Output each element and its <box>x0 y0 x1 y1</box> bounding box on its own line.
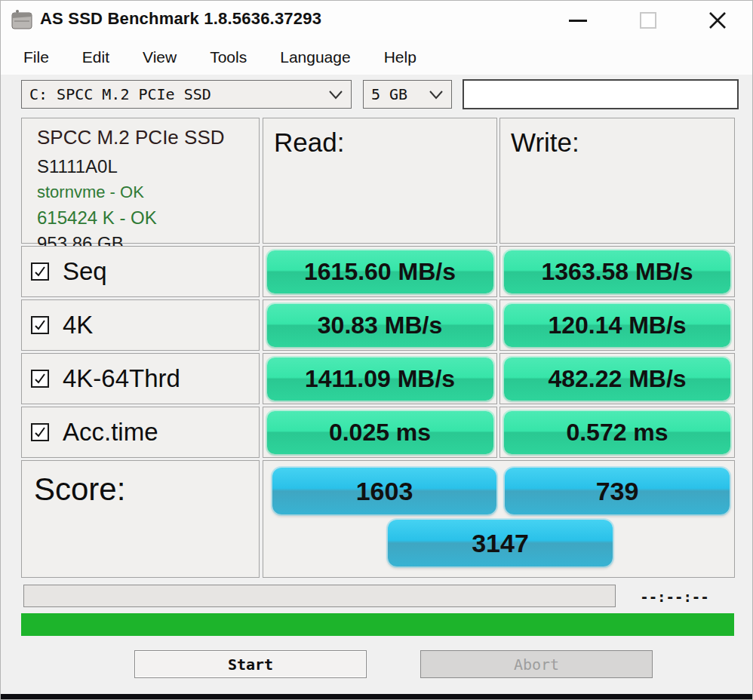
test-size-value: 5 GB <box>364 85 407 103</box>
chevron-down-icon <box>429 90 444 100</box>
acctime-read-cell: 0.025 ms <box>263 407 497 458</box>
seq-write-cell: 1363.58 MB/s <box>499 246 735 297</box>
close-icon[interactable] <box>695 1 740 40</box>
acctime-row-label-cell: Acc.time <box>21 407 260 458</box>
score-total-value: 3147 <box>388 520 613 566</box>
4k-row-label-cell: 4K <box>21 299 260 351</box>
score-write-value: 739 <box>505 468 730 514</box>
4k64-write-value: 482.22 MB/s <box>504 358 730 401</box>
seq-read-value: 1615.60 MB/s <box>267 250 493 293</box>
score-label: Score: <box>34 471 125 507</box>
seq-label: Seq <box>63 257 107 286</box>
score-read-value: 1603 <box>272 468 496 514</box>
drive-select-value: C: SPCC M.2 PCIe SSD <box>22 85 211 103</box>
menu-language[interactable]: Language <box>280 48 350 66</box>
score-label-cell: Score: <box>21 460 260 578</box>
write-header-label: Write: <box>500 118 734 158</box>
acctime-checkbox[interactable] <box>31 423 49 441</box>
alignment-status: 615424 K - OK <box>37 207 259 229</box>
driver-status: stornvme - OK <box>37 183 259 202</box>
4k64-write-cell: 482.22 MB/s <box>499 353 735 404</box>
minimize-icon[interactable] <box>555 1 601 40</box>
ssd-drive-icon <box>11 9 33 30</box>
seq-read-cell: 1615.60 MB/s <box>263 246 497 297</box>
menu-help[interactable]: Help <box>384 48 416 66</box>
menu-edit[interactable]: Edit <box>82 48 109 66</box>
4k-checkbox[interactable] <box>31 316 49 334</box>
menu-bar: File Edit View Tools Language Help <box>1 40 752 75</box>
acctime-label: Acc.time <box>63 418 158 447</box>
4k64-label: 4K-64Thrd <box>63 364 180 393</box>
menu-view[interactable]: View <box>143 48 177 66</box>
status-bar-green <box>21 613 734 636</box>
menu-tools[interactable]: Tools <box>210 48 247 66</box>
4k64-read-value: 1411.09 MB/s <box>267 358 493 401</box>
4k64-row-label-cell: 4K-64Thrd <box>21 353 260 404</box>
start-button[interactable]: Start <box>134 650 367 678</box>
acctime-write-value: 0.572 ms <box>504 411 730 454</box>
4k-write-value: 120.14 MB/s <box>504 304 730 347</box>
seq-row-label-cell: Seq <box>21 246 260 297</box>
maximize-icon[interactable] <box>625 1 671 40</box>
seq-write-value: 1363.58 MB/s <box>504 250 730 293</box>
acctime-write-cell: 0.572 ms <box>499 407 735 458</box>
progress-bar <box>23 585 616 607</box>
drive-select[interactable]: C: SPCC M.2 PCIe SSD <box>21 80 352 109</box>
window-title: AS SSD Benchmark 1.8.5636.37293 <box>40 9 321 29</box>
read-column-header: Read: <box>263 118 497 244</box>
taskbar-edge <box>1 694 752 700</box>
abort-button[interactable]: Abort <box>420 650 653 678</box>
drive-info-panel: SPCC M.2 PCIe SSD S1111A0L stornvme - OK… <box>21 118 260 244</box>
chevron-down-icon <box>328 90 343 100</box>
seq-checkbox[interactable] <box>31 262 49 281</box>
read-header-label: Read: <box>263 118 496 158</box>
4k-read-value: 30.83 MB/s <box>267 304 493 347</box>
acctime-read-value: 0.025 ms <box>267 411 493 454</box>
4k-read-cell: 30.83 MB/s <box>263 299 497 351</box>
test-size-select[interactable]: 5 GB <box>363 80 452 109</box>
toolbar: C: SPCC M.2 PCIe SSD 5 GB <box>1 75 752 117</box>
4k64-checkbox[interactable] <box>31 370 49 388</box>
4k-write-cell: 120.14 MB/s <box>499 299 735 351</box>
4k64-read-cell: 1411.09 MB/s <box>263 353 497 404</box>
score-area: 1603 739 3147 <box>263 460 735 578</box>
elapsed-time: --:--:-- <box>629 588 720 605</box>
result-textbox[interactable] <box>463 79 739 109</box>
drive-name: SPCC M.2 PCIe SSD <box>37 126 259 149</box>
write-column-header: Write: <box>499 118 735 244</box>
menu-file[interactable]: File <box>23 48 49 66</box>
4k-label: 4K <box>63 311 93 339</box>
title-bar: AS SSD Benchmark 1.8.5636.37293 <box>1 1 752 40</box>
drive-serial: S1111A0L <box>37 156 259 177</box>
app-window: AS SSD Benchmark 1.8.5636.37293 File Edi… <box>0 0 753 700</box>
